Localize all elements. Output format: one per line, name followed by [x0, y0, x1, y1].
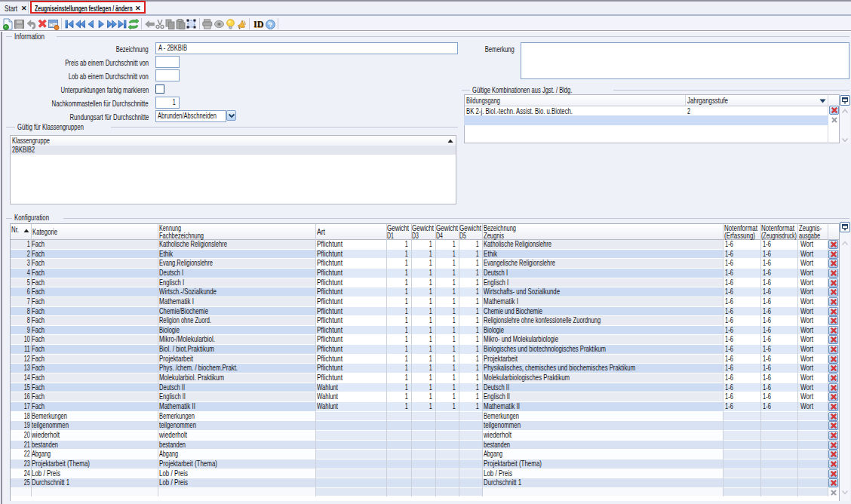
svg-text:?: ? — [269, 21, 273, 29]
